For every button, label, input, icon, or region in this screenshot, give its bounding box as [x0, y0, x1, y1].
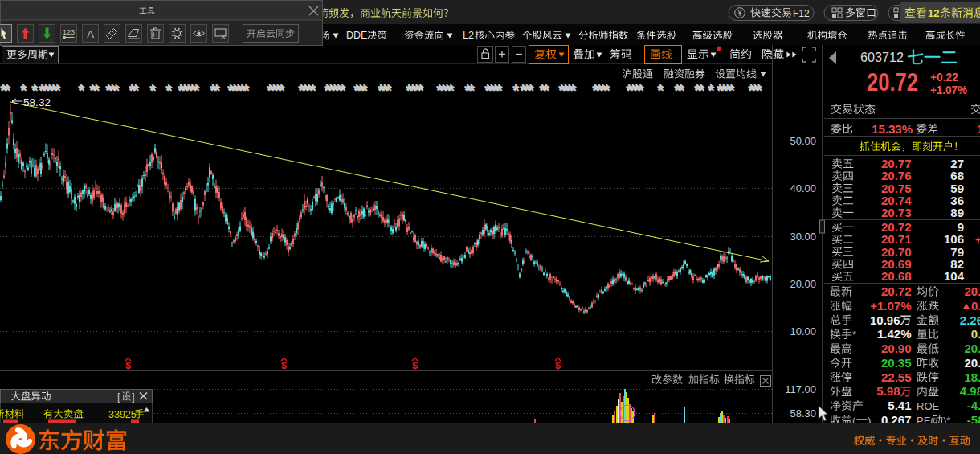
svg-text:****: ****: [406, 82, 424, 100]
svg-text:*****: *****: [325, 82, 346, 100]
svg-text:****: ****: [299, 82, 316, 100]
svg-text:18.45: 18.45: [964, 370, 980, 384]
svg-text:*****: *****: [178, 82, 200, 100]
svg-text:20.55: 20.55: [964, 284, 980, 298]
svg-text:****: ****: [437, 82, 455, 100]
svg-text:ROE: ROE: [917, 400, 940, 412]
svg-text:****: ****: [485, 82, 503, 100]
svg-text:+: +: [975, 234, 980, 246]
svg-text:0.84: 0.84: [971, 327, 980, 341]
svg-text:123: 123: [63, 28, 75, 36]
svg-text:4.98: 4.98: [960, 384, 980, 398]
svg-text:DDE: DDE: [346, 30, 367, 41]
svg-text:20.72: 20.72: [881, 284, 912, 298]
svg-text:1.42%: 1.42%: [877, 327, 912, 341]
svg-text:89: 89: [950, 206, 964, 219]
svg-text:****: ****: [267, 82, 285, 100]
svg-text:L2: L2: [463, 30, 474, 41]
svg-text:$: $: [412, 360, 418, 371]
svg-text:*****: *****: [228, 82, 250, 100]
svg-text:15.33%: 15.33%: [872, 122, 913, 136]
svg-text:20.00: 20.00: [790, 278, 816, 290]
svg-text:+1.07%: +1.07%: [870, 299, 911, 313]
svg-text:-4.80: -4.80: [967, 399, 980, 412]
svg-text:5.41: 5.41: [888, 399, 911, 412]
svg-text:33925: 33925: [108, 409, 137, 420]
svg-text:603712: 603712: [860, 50, 904, 65]
svg-text:****: ****: [593, 82, 610, 100]
svg-text:58.32: 58.32: [23, 96, 51, 108]
svg-text:20.90: 20.90: [881, 342, 912, 355]
svg-text:20.50: 20.50: [964, 356, 980, 370]
svg-text:10.00: 10.00: [790, 325, 816, 337]
svg-text:40.00: 40.00: [790, 182, 816, 194]
svg-text:50.00: 50.00: [790, 135, 816, 147]
svg-text:58.30: 58.30: [790, 407, 816, 419]
svg-text:****: ****: [717, 82, 735, 100]
svg-text:17: 17: [977, 122, 980, 136]
svg-text:F12: F12: [793, 8, 810, 19]
svg-text:$: $: [555, 360, 561, 371]
svg-text:A: A: [87, 28, 94, 40]
svg-text:12: 12: [928, 7, 939, 19]
svg-text:20.72: 20.72: [867, 68, 918, 96]
svg-text:****: ****: [627, 82, 644, 100]
svg-text:$: $: [281, 360, 287, 371]
svg-text:****: ****: [559, 82, 577, 100]
svg-text:104: 104: [944, 269, 965, 283]
svg-text:10.96: 10.96: [870, 313, 900, 327]
svg-text:117.00: 117.00: [785, 383, 816, 395]
svg-text:20.21: 20.21: [964, 342, 980, 355]
svg-text:]: ]: [132, 391, 135, 403]
svg-text:$: $: [125, 360, 131, 371]
svg-text:2.26: 2.26: [960, 313, 980, 327]
svg-text:*: *: [852, 329, 856, 341]
svg-text:¥: ¥: [737, 9, 742, 18]
svg-text:5.98: 5.98: [876, 384, 900, 398]
svg-text:0.22: 0.22: [971, 299, 980, 313]
svg-text:20.68: 20.68: [881, 269, 912, 283]
svg-text:20.73: 20.73: [881, 206, 912, 219]
svg-text:20.35: 20.35: [881, 356, 912, 370]
svg-text:22.55: 22.55: [881, 370, 912, 384]
svg-text:+0.22: +0.22: [930, 70, 958, 84]
svg-text:+1.07%: +1.07%: [930, 83, 967, 96]
svg-text:[: [: [117, 391, 120, 403]
svg-text:30.00: 30.00: [790, 231, 816, 243]
